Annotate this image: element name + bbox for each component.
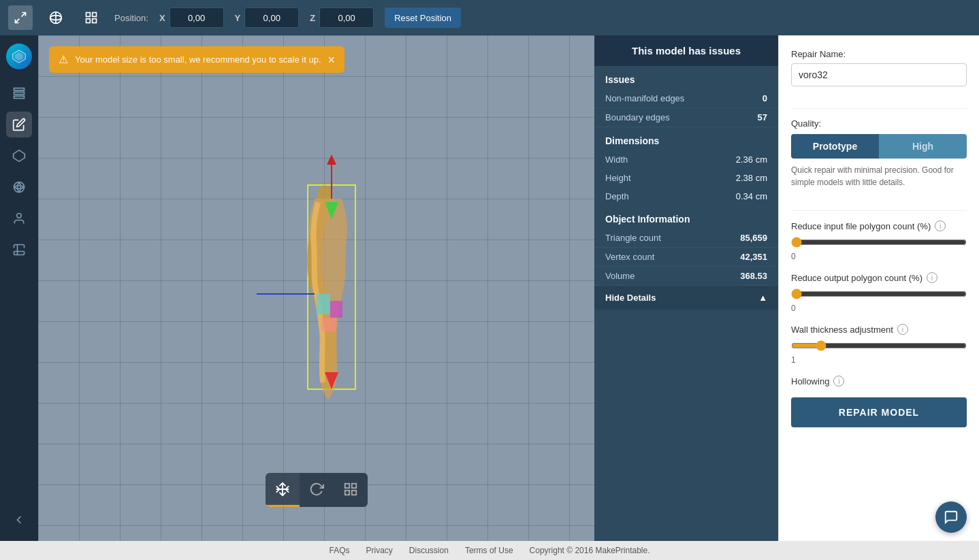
hollowing-info-icon[interactable]: i	[833, 376, 844, 386]
reduce-output-slider[interactable]	[791, 289, 967, 299]
svg-rect-30	[351, 483, 355, 487]
svg-rect-11	[14, 88, 25, 90]
x-position-input[interactable]	[170, 7, 224, 28]
boundary-edges-row: Boundary edges 57	[594, 108, 778, 127]
svg-rect-6	[93, 13, 97, 17]
hollowing-label: Hollowing	[791, 376, 829, 386]
reduce-input-value: 0	[791, 252, 967, 261]
issues-panel: This model has issues Issues Non-manifol…	[594, 35, 778, 541]
wall-thickness-info-icon[interactable]: i	[897, 324, 908, 335]
high-quality-button[interactable]: High	[879, 134, 967, 159]
height-label: Height	[605, 173, 631, 183]
scale-button[interactable]	[79, 5, 103, 30]
object-info-section-title: Object Information	[594, 205, 778, 229]
warning-text: Your model size is too small, we recomme…	[75, 54, 321, 65]
volume-value: 368.53	[740, 271, 767, 281]
rotate-tool-button[interactable]	[300, 473, 334, 507]
viewport-bottom-toolbar	[266, 473, 368, 507]
svg-rect-19	[317, 294, 330, 314]
footer-privacy-link[interactable]: Privacy	[366, 546, 393, 555]
wall-thickness-slider[interactable]	[791, 340, 967, 351]
svg-rect-8	[86, 19, 91, 23]
reduce-output-label: Reduce output polygon count (%)	[791, 273, 922, 283]
reset-position-button[interactable]: Reset Position	[385, 7, 461, 28]
depth-row: Depth 0.34 cm	[594, 187, 778, 205]
width-value: 2.36 cm	[736, 154, 767, 165]
prototype-quality-button[interactable]: Prototype	[791, 134, 879, 159]
sidebar-item-layers[interactable]	[6, 80, 32, 106]
non-manifold-count: 0	[763, 93, 767, 103]
repair-name-input[interactable]	[791, 63, 967, 86]
grid-tool-button[interactable]	[334, 473, 368, 507]
settings-panel: Repair Name: Quality: Prototype High Qui…	[778, 35, 979, 541]
svg-line-0	[22, 13, 26, 17]
reduce-output-value: 0	[791, 303, 967, 313]
app-logo[interactable]	[6, 44, 32, 69]
position-label: Position:	[114, 13, 148, 23]
boundary-edges-count: 57	[758, 112, 767, 122]
sidebar-item-mesh[interactable]	[6, 174, 32, 200]
issues-header: This model has issues	[594, 35, 778, 66]
svg-rect-7	[93, 19, 97, 23]
width-label: Width	[605, 154, 628, 165]
sidebar-item-account[interactable]	[6, 205, 32, 231]
move-tool-button[interactable]	[266, 473, 300, 507]
vertex-value: 42,351	[740, 252, 767, 262]
svg-rect-29	[344, 483, 349, 487]
svg-rect-13	[14, 96, 25, 98]
main-area: ⚠ Your model size is too small, we recom…	[0, 35, 979, 541]
y-position-input[interactable]	[244, 7, 299, 28]
3d-viewport[interactable]: ⚠ Your model size is too small, we recom…	[38, 35, 594, 541]
reduce-input-info-icon[interactable]: i	[935, 220, 946, 231]
fullscreen-button[interactable]	[8, 5, 33, 30]
non-manifold-label: Non-manifold edges	[605, 93, 684, 103]
wall-thickness-section: Wall thickness adjustment i 1	[791, 324, 967, 365]
quality-label: Quality:	[791, 118, 967, 129]
sidebar-item-edit[interactable]	[6, 112, 32, 137]
y-position-group: Y	[235, 7, 300, 28]
chat-bubble-button[interactable]	[935, 501, 967, 533]
top-toolbar: Position: X Y Z Reset Position	[0, 0, 979, 35]
hide-details-button[interactable]: Hide Details ▲	[594, 286, 778, 310]
quality-section: Quality: Prototype High Quick repair wit…	[791, 118, 967, 188]
x-position-group: X	[159, 7, 224, 28]
volume-row: Volume 368.53	[594, 267, 778, 286]
sidebar-item-tools[interactable]	[6, 237, 32, 263]
triangle-row: Triangle count 85,659	[594, 229, 778, 248]
z-axis-label: Z	[310, 13, 315, 23]
z-position-input[interactable]	[319, 7, 374, 28]
reduce-output-section: Reduce output polygon count (%) i 0	[791, 272, 967, 313]
footer-faqs-link[interactable]: FAQs	[329, 546, 349, 555]
repair-name-label: Repair Name:	[791, 49, 967, 59]
footer: FAQs Privacy Discussion Terms of Use Cop…	[0, 541, 979, 560]
3d-model	[257, 144, 406, 433]
warning-close-button[interactable]: ×	[328, 54, 336, 66]
footer-terms-link[interactable]: Terms of Use	[465, 546, 513, 555]
svg-rect-31	[351, 490, 355, 494]
hollowing-row: Hollowing i	[791, 376, 967, 386]
dimensions-section-title: Dimensions	[594, 127, 778, 150]
svg-line-1	[16, 19, 20, 23]
repair-model-button[interactable]: REPAIR MODEL	[791, 397, 967, 427]
sidebar-item-back[interactable]	[6, 507, 32, 533]
reduce-output-info-icon[interactable]: i	[927, 272, 937, 283]
orbit-button[interactable]	[44, 5, 68, 30]
reduce-input-label: Reduce input file polygon count (%)	[791, 221, 931, 231]
non-manifold-row: Non-manifold edges 0	[594, 89, 778, 108]
depth-value: 0.34 cm	[736, 191, 767, 201]
reduce-input-slider[interactable]	[791, 237, 967, 248]
boundary-edges-label: Boundary edges	[605, 112, 670, 122]
svg-point-16	[17, 214, 22, 218]
svg-point-15	[14, 182, 25, 193]
issues-section-title: Issues	[594, 66, 778, 89]
height-row: Height 2.38 cm	[594, 169, 778, 187]
footer-copyright: Copyright © 2016 MakePrintable.	[530, 546, 650, 555]
z-position-group: Z	[310, 7, 374, 28]
quality-description: Quick repair with minimal precision. Goo…	[791, 164, 967, 188]
footer-discussion-link[interactable]: Discussion	[409, 546, 449, 555]
sidebar-item-shape[interactable]	[6, 143, 32, 169]
y-axis-label: Y	[235, 13, 241, 23]
left-sidebar	[0, 35, 38, 541]
svg-rect-32	[344, 490, 349, 494]
warning-banner: ⚠ Your model size is too small, we recom…	[49, 46, 344, 73]
